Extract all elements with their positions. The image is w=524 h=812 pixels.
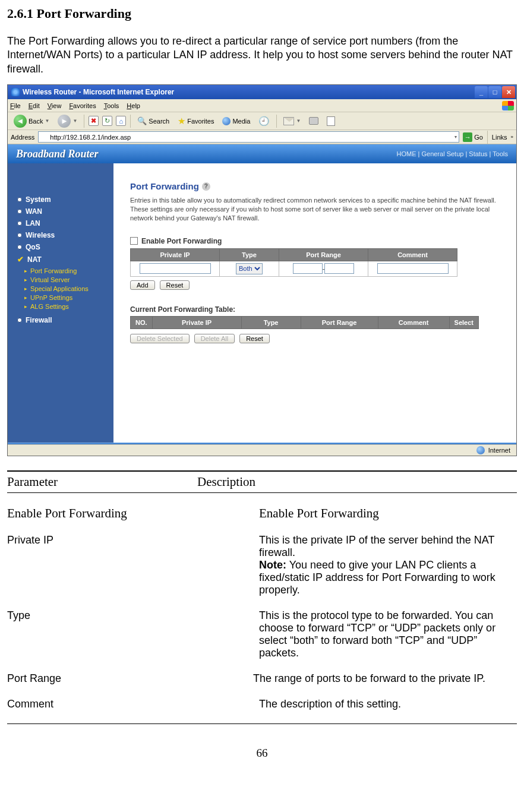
delete-selected-button[interactable]: Delete Selected [130, 334, 190, 343]
toolbar-separator [84, 115, 84, 128]
sidebar-sub-label: UPnP Settings [30, 294, 72, 301]
th-select: Select [449, 316, 478, 328]
reset-button-2[interactable]: Reset [239, 334, 270, 343]
param-table-header: Parameter Description [7, 470, 517, 493]
sidebar-sub-virtual-server[interactable]: ▸Virtual Server [24, 276, 109, 283]
th-port-range: Port Range [279, 248, 368, 261]
arrow-icon: ▸ [24, 295, 27, 301]
param-name: Comment [7, 698, 259, 710]
menu-edit[interactable]: Edit [29, 102, 40, 109]
browser-screenshot: Wireless Router - Microsoft Internet Exp… [7, 84, 517, 456]
check-icon: ✔ [17, 255, 24, 264]
param-desc: This is the private IP of the server beh… [259, 534, 517, 596]
go-button[interactable]: → Go [463, 132, 483, 142]
media-label: Media [232, 118, 250, 125]
param-desc: The range of ports to be forward to the … [253, 672, 517, 685]
sidebar-sub-label: Virtual Server [30, 276, 70, 283]
page-description: Entries in this table allow you to autom… [130, 196, 502, 223]
chevron-down-icon: ▼ [296, 118, 301, 124]
menu-favorites[interactable]: Favorites [69, 102, 96, 109]
sidebar-item-qos[interactable]: QoS [17, 243, 109, 251]
help-icon[interactable]: ? [202, 182, 210, 191]
th-no: NO. [131, 316, 153, 328]
menu-view[interactable]: View [48, 102, 62, 109]
sidebar-sub-alg[interactable]: ▸ALG Settings [24, 303, 109, 310]
back-label: Back [29, 118, 43, 125]
horizontal-rule [7, 723, 517, 724]
bullet-icon [17, 318, 22, 323]
back-arrow-icon: ◄ [14, 115, 27, 128]
param-row-enable: Enable Port Forwarding Enable Port Forwa… [7, 506, 517, 521]
private-ip-input[interactable] [140, 263, 211, 274]
back-button[interactable]: ◄ Back ▼ [11, 113, 52, 129]
links-chevron-icon[interactable]: » [511, 134, 513, 140]
stop-button[interactable]: ✖ [89, 116, 99, 126]
bullet-icon [17, 197, 22, 202]
sidebar-sub-special-apps[interactable]: ▸Special Applications [24, 285, 109, 292]
sidebar-item-firewall[interactable]: Firewall [17, 316, 109, 324]
menu-help[interactable]: Help [127, 102, 140, 109]
menu-tools[interactable]: Tools [104, 102, 119, 109]
sidebar-sub-port-forwarding[interactable]: ▸Port Forwarding [24, 267, 109, 274]
reset-button[interactable]: Reset [160, 280, 190, 290]
browser-status-bar: Internet [8, 444, 516, 456]
sidebar-sub-label: ALG Settings [30, 303, 69, 310]
sidebar-label: NAT [27, 255, 42, 264]
sidebar-label: Firewall [26, 316, 52, 324]
sidebar-label: QoS [26, 243, 40, 251]
print-button[interactable] [307, 116, 321, 126]
sidebar-label: LAN [26, 219, 40, 228]
search-button[interactable]: 🔍 Search [135, 115, 172, 127]
toolbar-separator [487, 131, 488, 144]
bullet-icon [17, 245, 22, 249]
window-maximize-button[interactable]: □ [488, 86, 501, 98]
bullet-icon [17, 221, 22, 226]
sidebar-label: Wireless [26, 231, 55, 239]
comment-input[interactable] [377, 263, 449, 274]
add-button[interactable]: Add [130, 280, 155, 290]
toolbar: ◄ Back ▼ ► ▼ ✖ ↻ ⌂ 🔍 Search ★ Favorites … [8, 112, 516, 130]
header-parameter: Parameter [7, 475, 197, 489]
toolbar-separator [276, 115, 277, 128]
sidebar-item-nat[interactable]: ✔NAT [17, 255, 109, 264]
star-icon: ★ [178, 116, 185, 127]
enable-port-forwarding-checkbox[interactable] [130, 237, 138, 245]
edit-button[interactable] [324, 115, 337, 127]
page-icon [40, 134, 48, 141]
sidebar-item-system[interactable]: System [17, 195, 109, 204]
sidebar-sub-label: Special Applications [30, 285, 89, 292]
port-range-to-input[interactable] [324, 263, 354, 274]
sidebar-item-wireless[interactable]: Wireless [17, 231, 109, 239]
history-button[interactable]: 🕘 [256, 115, 272, 128]
media-button[interactable]: Media [220, 116, 252, 127]
chevron-down-icon[interactable]: ▾ [454, 134, 457, 140]
sidebar-sub-upnp[interactable]: ▸UPnP Settings [24, 294, 109, 301]
forward-button[interactable]: ► ▼ [55, 113, 80, 129]
links-label[interactable]: Links [492, 134, 507, 141]
address-input[interactable] [50, 134, 452, 141]
favorites-button[interactable]: ★ Favorites [175, 115, 216, 128]
intro-paragraph: The Port Forwarding allows you to re-dir… [7, 34, 517, 76]
param-desc: This is the protocol type to be forwarde… [259, 609, 517, 659]
sidebar-item-wan[interactable]: WAN [17, 207, 109, 216]
refresh-button[interactable]: ↻ [102, 116, 112, 126]
windows-flag-icon [502, 101, 514, 110]
window-minimize-button[interactable]: _ [475, 86, 488, 98]
port-range-from-input[interactable] [293, 263, 323, 274]
sidebar-sub-label: Port Forwarding [30, 267, 77, 274]
window-close-button[interactable]: ✕ [502, 86, 515, 98]
mail-button[interactable]: ▼ [281, 116, 303, 127]
param-name: Port Range [7, 672, 259, 685]
print-icon [309, 117, 318, 125]
arrow-icon: ▸ [24, 277, 27, 283]
router-top-links[interactable]: HOME | General Setup | Status | Tools [396, 150, 508, 157]
menu-file[interactable]: File [10, 102, 21, 109]
go-arrow-icon: → [463, 132, 472, 142]
history-icon: 🕘 [258, 116, 270, 127]
delete-all-button[interactable]: Delete All [194, 334, 235, 343]
sidebar-item-lan[interactable]: LAN [17, 219, 109, 228]
router-sidebar: System WAN LAN Wireless QoS ✔NAT ▸Port F… [8, 163, 113, 443]
address-label: Address [11, 134, 34, 141]
home-button[interactable]: ⌂ [116, 116, 126, 126]
type-select[interactable]: Both [236, 263, 263, 274]
